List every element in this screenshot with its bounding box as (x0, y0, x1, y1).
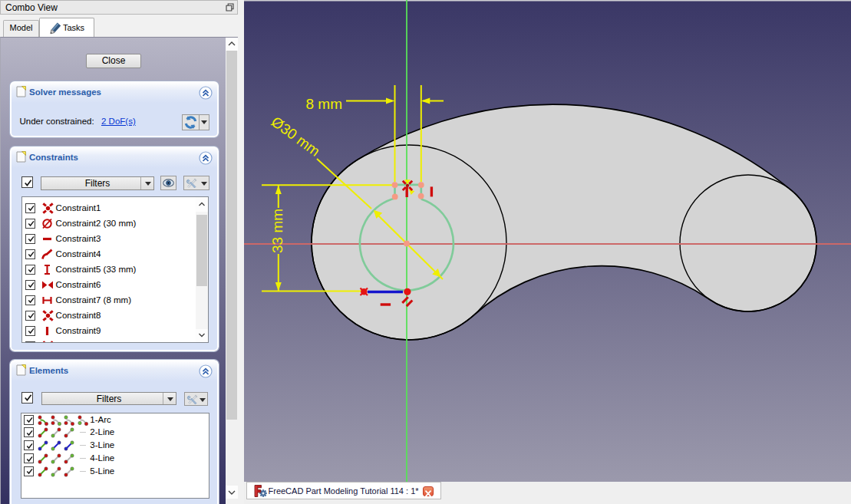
svg-text:8 mm: 8 mm (306, 96, 343, 112)
svg-text:33 mm: 33 mm (269, 209, 285, 253)
